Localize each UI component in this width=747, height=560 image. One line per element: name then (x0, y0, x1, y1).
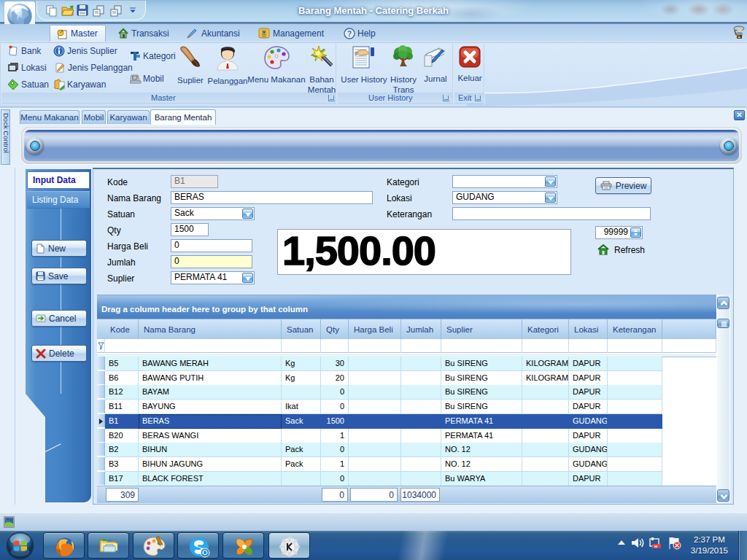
svg-text:?: ? (347, 30, 352, 38)
